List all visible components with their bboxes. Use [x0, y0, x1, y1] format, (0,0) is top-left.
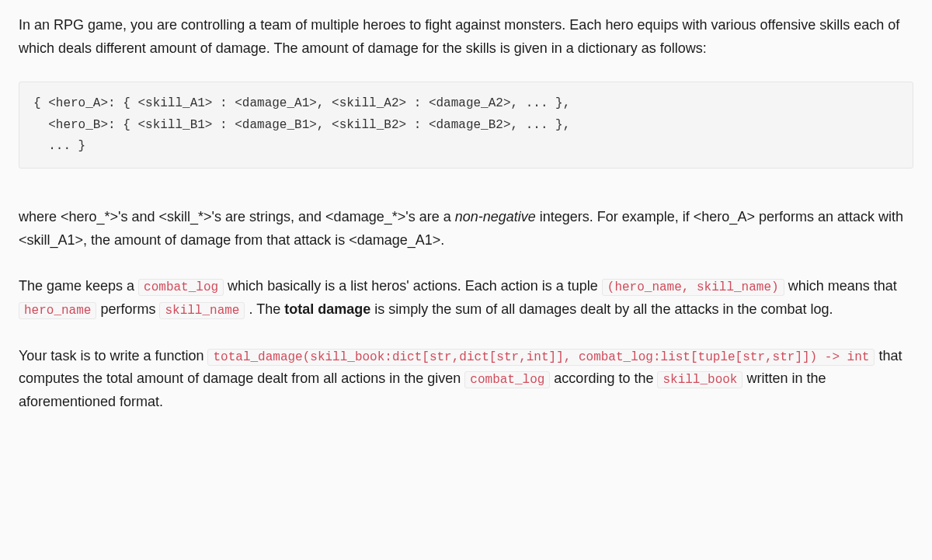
text-segment: according to the — [550, 370, 657, 386]
text-segment: which means that — [784, 278, 897, 294]
emphasis-non-negative: non-negative — [455, 209, 536, 224]
code-combat-log: combat_log — [464, 371, 550, 388]
text-segment: is simply the sum of all damages dealt b… — [370, 301, 833, 317]
text-segment: which basically is a list heros' actions… — [224, 278, 602, 294]
code-function-signature: total_damage(skill_book:dict[str,dict[st… — [207, 349, 875, 366]
code-skill-name: skill_name — [159, 302, 245, 319]
explanation-paragraph: where <hero_*>'s and <skill_*>'s are str… — [19, 206, 913, 252]
code-tuple: (hero_name, skill_name) — [602, 279, 784, 296]
spacer — [19, 334, 913, 345]
combat-log-paragraph: The game keeps a combat_log which basica… — [19, 275, 913, 321]
intro-paragraph: In an RPG game, you are controlling a te… — [19, 14, 913, 60]
text-segment: The game keeps a — [19, 278, 138, 294]
task-paragraph: Your task is to write a function total_d… — [19, 345, 913, 414]
code-hero-name: hero_name — [19, 302, 96, 319]
text-segment: performs — [96, 301, 159, 317]
text-segment: . The — [245, 301, 284, 317]
text-segment: Your task is to write a function — [19, 348, 207, 363]
dictionary-format-code-block: { <hero_A>: { <skill_A1> : <damage_A1>, … — [19, 82, 913, 169]
code-combat-log: combat_log — [138, 279, 224, 296]
bold-total-damage: total damage — [284, 301, 370, 317]
spacer — [19, 264, 913, 275]
code-skill-book: skill_book — [657, 371, 742, 388]
text-segment: where <hero_*>'s and <skill_*>'s are str… — [19, 209, 455, 224]
